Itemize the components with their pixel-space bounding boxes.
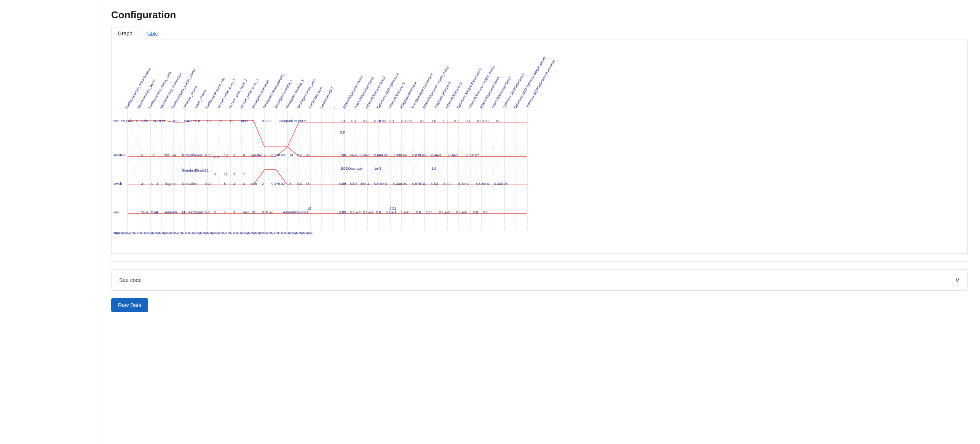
svg-text:2.00.99: 2.00.99 — [401, 119, 412, 123]
svg-text:True: True — [141, 210, 148, 214]
svg-text:0.85: 0.85 — [426, 210, 433, 214]
svg-text:tan: tan — [113, 119, 118, 123]
svg-text:0.4e-3: 0.4e-3 — [431, 153, 441, 157]
svg-text:15e-4: 15e-4 — [361, 182, 369, 186]
svg-text:Optimizer:SGDOptimizer:lr: Optimizer:SGDOptimizer:lr — [502, 72, 525, 109]
svg-text:12: 12 — [205, 169, 209, 172]
svg-text:0.0: 0.0 — [473, 210, 478, 214]
svg-text:4e-3: 4e-3 — [350, 153, 357, 157]
svg-text:1: 1 — [156, 182, 158, 186]
svg-text:0.8: 0.8 — [195, 119, 200, 123]
svg-text:0.670.33: 0.670.33 — [412, 182, 426, 186]
svg-text:0.1.e-5: 0.1.e-5 — [456, 210, 467, 214]
svg-text:relu: relu — [251, 182, 257, 186]
svg-text:14: 14 — [289, 153, 293, 157]
svg-text:0.1.e-1: 0.1.e-1 — [386, 210, 396, 214]
svg-text:0.0: 0.0 — [205, 210, 210, 214]
chevron-down-icon: ∨ — [955, 276, 960, 284]
svg-text:8: 8 — [214, 172, 216, 176]
svg-text:backbone:dropout_rate: backbone:dropout_rate — [205, 77, 226, 109]
svg-text:1.0: 1.0 — [431, 167, 436, 170]
raw-data-button[interactable]: Raw Data — [111, 298, 148, 312]
svg-text:AdamWOptimizer:beta2: AdamWOptimizer:beta2 — [490, 76, 512, 109]
svg-text:2: 2 — [153, 153, 155, 157]
svg-text:1.0: 1.0 — [443, 119, 448, 123]
svg-text:0.1: 0.1 — [454, 119, 459, 123]
svg-text:0.330.03: 0.330.03 — [393, 182, 407, 186]
svg-text:4: 4 — [243, 182, 245, 186]
svg-text:0.7: 0.7 — [297, 153, 302, 157]
sidebar — [0, 0, 99, 444]
svg-text:0.660.07: 0.660.07 — [374, 153, 388, 157]
svg-text:Scaler: Scaler — [184, 119, 194, 123]
svg-text:0.660.07: 0.660.07 — [466, 153, 479, 157]
svg-text:4: 4 — [264, 153, 266, 157]
svg-text:AdamWOptimizer:beta1: AdamWOptimizer:beta1 — [479, 76, 500, 109]
svg-text:dagmm: dagmm — [165, 182, 176, 186]
svg-text:AdamWOptimizer:beta1: AdamWOptimizer:beta1 — [353, 76, 375, 109]
svg-text:RobustScaler: RobustScaler — [182, 153, 203, 157]
svg-text:0.4e-3: 0.4e-3 — [361, 153, 370, 157]
svg-text:backbone:num_latent_units: backbone:num_latent_units — [148, 71, 172, 109]
svg-text:relu: relu — [113, 210, 119, 214]
svg-text:Fals: Fals — [141, 119, 148, 123]
svg-text:6: 6 — [141, 153, 143, 157]
svg-text:0.01.e-: 0.01.e- — [262, 210, 273, 214]
svg-text:Optimizer:SGDOptimizer:lr: Optimizer:SGDOptimizer:lr — [376, 72, 400, 109]
svg-text:0.1: 0.1 — [420, 119, 425, 123]
svg-text:0.1: 0.1 — [466, 119, 471, 123]
svg-text:0.1.e-5: 0.1.e-5 — [363, 210, 373, 214]
see-code-section[interactable]: See code ∨ — [111, 269, 968, 291]
svg-text:8: 8 — [289, 182, 291, 186]
svg-text:AdamWOptimizer:beta2: AdamWOptimizer:beta2 — [365, 76, 386, 109]
svg-text:4: 4 — [233, 182, 235, 186]
svg-text:2: 2 — [262, 182, 264, 186]
see-code-label: See code — [119, 277, 142, 283]
page-title: Configuration — [111, 9, 968, 21]
svg-text:9: 9 — [243, 153, 245, 157]
tab-table[interactable]: Table — [139, 27, 164, 40]
svg-text:0.1: 0.1 — [389, 119, 394, 123]
svg-text:915e-4: 915e-4 — [458, 182, 469, 186]
svg-text:5023: 5023 — [350, 182, 358, 186]
svg-text:0.1: 0.1 — [496, 119, 501, 123]
svg-text:10: 10 — [307, 207, 311, 210]
graph-container: backbone:batch_normalization backbone:nu… — [111, 40, 968, 254]
svg-text:35: 35 — [306, 182, 310, 186]
section-divider — [111, 261, 968, 262]
svg-text:0.330.03: 0.330.03 — [494, 182, 508, 186]
svg-text:0.340.03: 0.340.03 — [271, 153, 285, 157]
svg-text:0.9: 0.9 — [340, 130, 345, 134]
svg-text:7: 7 — [243, 172, 245, 176]
svg-text:0.03: 0.03 — [431, 182, 438, 186]
svg-text:0.1: 0.1 — [351, 119, 356, 123]
svg-text:tanh: tanh — [241, 119, 248, 123]
svg-text:0215e-4: 0215e-4 — [374, 182, 387, 186]
svg-text:352: 352 — [164, 153, 170, 157]
svg-text:8: 8 — [214, 210, 216, 214]
svg-text:0.5: 0.5 — [214, 155, 219, 159]
svg-text:AdagradOptimizer: AdagradOptimizer — [279, 119, 307, 123]
svg-text:8: 8 — [224, 182, 226, 186]
svg-text:0.1: 0.1 — [363, 119, 368, 123]
svg-text:0.09: 0.09 — [339, 182, 346, 186]
tabs-bar: Graph Table — [111, 27, 968, 40]
svg-text:0.1.e-5: 0.1.e-5 — [350, 210, 361, 214]
svg-text:False: False — [126, 119, 134, 123]
svg-text:1e-3: 1e-3 — [374, 167, 381, 170]
svg-text:backbone:skip_connection: backbone:skip_connection — [159, 72, 183, 109]
svg-text:8: 8 — [136, 119, 138, 123]
svg-text:1: 1 — [156, 210, 158, 214]
svg-text:0.50.0: 0.50.0 — [262, 119, 271, 123]
tab-graph[interactable]: Graph — [111, 27, 139, 40]
svg-text:1.330.66: 1.330.66 — [393, 153, 407, 157]
svg-text:_: _ — [330, 105, 335, 110]
svg-text:13: 13 — [224, 153, 228, 157]
svg-text:StandardScaler: StandardScaler — [182, 169, 206, 172]
parallel-coords-chart: backbone:batch_normalization backbone:nu… — [112, 40, 584, 253]
svg-text:1.0: 1.0 — [431, 119, 436, 123]
svg-text:AdamWOptimizer:choice: AdamWOptimizer:choice — [342, 75, 364, 109]
svg-text:5: 5 — [252, 119, 254, 123]
svg-text:swish-1: swish-1 — [251, 153, 263, 157]
svg-text:0.01: 0.01 — [389, 207, 396, 210]
